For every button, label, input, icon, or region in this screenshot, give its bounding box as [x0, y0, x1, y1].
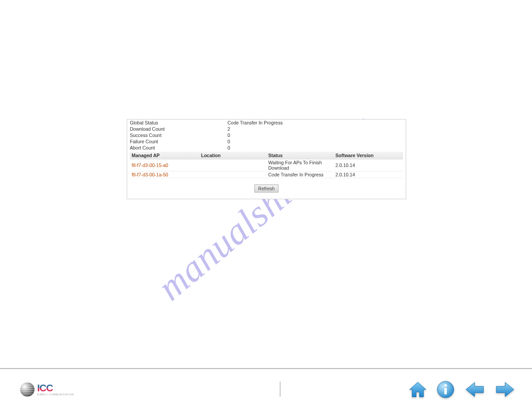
header-managed-ap[interactable]: Managed AP — [130, 152, 199, 159]
row-global-status: Global Status Code Transfer In Progress — [127, 120, 406, 126]
cell-ap-mac[interactable]: f8-f7-d3-00-1a-50 — [130, 171, 199, 178]
cell-location — [199, 171, 266, 178]
footer-divider — [280, 381, 280, 397]
footer: ICC SIMPLY COMMUNICATION — [0, 369, 532, 411]
value-failure-count: 0 — [225, 138, 406, 145]
label-success-count: Success Count — [127, 132, 225, 138]
status-summary-table: Global Status Code Transfer In Progress … — [127, 120, 406, 151]
brand-logo: ICC SIMPLY COMMUNICATION — [20, 382, 74, 397]
ap-status-table: Managed AP Location Status Software Vers… — [130, 152, 403, 178]
table-header-row: Managed AP Location Status Software Vers… — [130, 152, 403, 159]
row-success-count: Success Count 0 — [127, 132, 406, 138]
cell-location — [199, 159, 266, 171]
button-row: Refresh — [127, 178, 406, 199]
header-software-version[interactable]: Software Version — [334, 152, 403, 159]
label-global-status: Global Status — [127, 120, 225, 126]
logo-text: ICC — [37, 383, 74, 393]
refresh-button[interactable]: Refresh — [254, 184, 279, 193]
arrow-right-icon[interactable] — [494, 380, 516, 400]
home-icon[interactable] — [408, 380, 428, 400]
row-abort-count: Abort Count 0 — [127, 145, 406, 151]
value-success-count: 0 — [225, 132, 406, 138]
label-download-count: Download Count — [127, 126, 225, 132]
svg-rect-2 — [444, 388, 447, 394]
cell-version: 2.0.10.14 — [334, 159, 403, 171]
table-row: f8-f7-d3-00-15-a0 Waiting For APs To Fin… — [130, 159, 403, 171]
row-download-count: Download Count 2 — [127, 126, 406, 132]
label-abort-count: Abort Count — [127, 145, 225, 151]
label-failure-count: Failure Count — [127, 138, 225, 145]
table-row: f8-f7-d3-00-1a-50 Code Transfer In Progr… — [130, 171, 403, 178]
cell-ap-mac[interactable]: f8-f7-d3-00-15-a0 — [130, 159, 199, 171]
value-download-count: 2 — [225, 126, 406, 132]
row-failure-count: Failure Count 0 — [127, 138, 406, 145]
globe-icon — [20, 382, 34, 397]
svg-point-1 — [444, 384, 447, 387]
arrow-left-icon[interactable] — [463, 380, 486, 400]
cell-version: 2.0.10.14 — [334, 171, 403, 178]
cell-status: Waiting For APs To Finish Download — [266, 159, 334, 171]
logo-subtitle: SIMPLY COMMUNICATION — [37, 393, 74, 396]
value-global-status: Code Transfer In Progress — [225, 120, 406, 126]
cell-status: Code Transfer In Progress — [266, 171, 334, 178]
value-abort-count: 0 — [225, 145, 406, 151]
header-location[interactable]: Location — [199, 152, 266, 159]
header-status[interactable]: Status — [266, 152, 334, 159]
info-icon[interactable] — [436, 380, 455, 400]
footer-nav — [408, 380, 516, 400]
status-panel: Global Status Code Transfer In Progress … — [127, 119, 406, 199]
